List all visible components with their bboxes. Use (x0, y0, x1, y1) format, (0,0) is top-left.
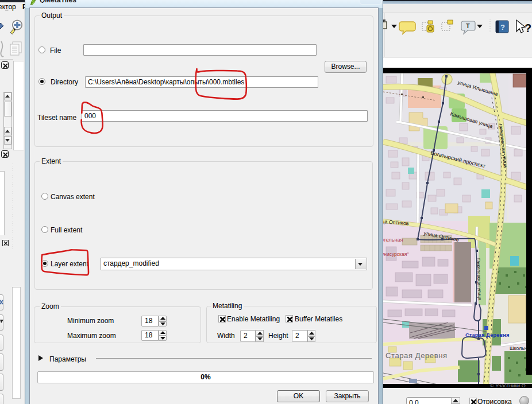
svg-text:"унисурская": "унисурская" (383, 251, 408, 257)
svg-text:Старая Деревня: Старая Деревня (385, 351, 448, 360)
svg-text:Школьн: Школьн (510, 345, 527, 351)
svg-text:© Участники O: © Участники O (490, 383, 526, 388)
svg-text:отельная: отельная (383, 237, 403, 243)
svg-text:T: T (466, 22, 470, 29)
svg-text:?: ? (500, 23, 505, 32)
svg-text:Старая Деревня: Старая Деревня (465, 332, 509, 338)
svg-text:?: ? (525, 22, 531, 34)
